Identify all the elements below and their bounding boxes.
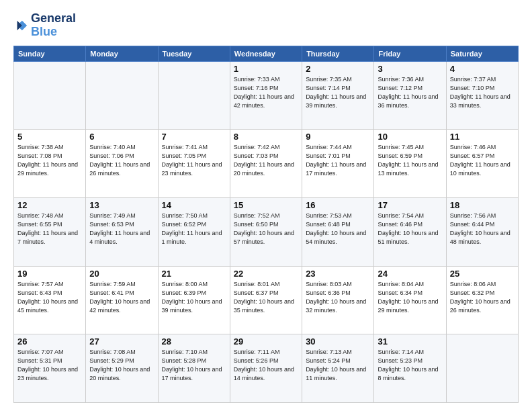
day-info: Sunrise: 7:40 AM Sunset: 7:06 PM Dayligh… xyxy=(89,143,154,178)
day-cell: 19Sunrise: 7:57 AM Sunset: 6:43 PM Dayli… xyxy=(14,266,86,334)
day-number: 6 xyxy=(89,132,154,142)
day-cell: 9Sunrise: 7:44 AM Sunset: 7:01 PM Daylig… xyxy=(302,130,374,198)
day-number: 18 xyxy=(450,200,515,210)
day-cell xyxy=(446,334,518,403)
day-number: 15 xyxy=(234,200,298,210)
day-info: Sunrise: 7:53 AM Sunset: 6:48 PM Dayligh… xyxy=(306,212,370,246)
day-number: 5 xyxy=(17,132,82,142)
day-number: 20 xyxy=(89,269,154,279)
day-cell: 6Sunrise: 7:40 AM Sunset: 7:06 PM Daylig… xyxy=(86,130,158,198)
day-cell: 15Sunrise: 7:52 AM Sunset: 6:50 PM Dayli… xyxy=(230,197,302,266)
day-info: Sunrise: 7:08 AM Sunset: 5:29 PM Dayligh… xyxy=(89,348,154,383)
day-cell: 26Sunrise: 7:07 AM Sunset: 5:31 PM Dayli… xyxy=(14,334,86,403)
week-row-4: 19Sunrise: 7:57 AM Sunset: 6:43 PM Dayli… xyxy=(14,266,519,334)
day-info: Sunrise: 7:11 AM Sunset: 5:26 PM Dayligh… xyxy=(234,348,298,383)
col-header-thursday: Thursday xyxy=(302,46,374,61)
logo-icon xyxy=(13,18,28,33)
day-number: 28 xyxy=(162,336,226,347)
day-number: 26 xyxy=(17,336,82,347)
week-row-2: 5Sunrise: 7:38 AM Sunset: 7:08 PM Daylig… xyxy=(14,130,519,198)
day-info: Sunrise: 7:56 AM Sunset: 6:44 PM Dayligh… xyxy=(450,212,515,246)
day-number: 10 xyxy=(378,132,442,142)
day-cell: 14Sunrise: 7:50 AM Sunset: 6:52 PM Dayli… xyxy=(158,197,230,266)
day-cell: 1Sunrise: 7:33 AM Sunset: 7:16 PM Daylig… xyxy=(230,61,302,130)
day-number: 27 xyxy=(89,336,154,347)
day-info: Sunrise: 7:57 AM Sunset: 6:43 PM Dayligh… xyxy=(17,280,82,315)
day-cell xyxy=(86,61,158,130)
day-number: 24 xyxy=(378,269,442,279)
day-number: 14 xyxy=(162,200,226,210)
logo-text: GeneralBlue xyxy=(31,12,76,39)
day-cell: 30Sunrise: 7:13 AM Sunset: 5:24 PM Dayli… xyxy=(302,334,374,403)
day-info: Sunrise: 7:33 AM Sunset: 7:16 PM Dayligh… xyxy=(234,75,298,110)
header: GeneralBlue xyxy=(13,12,519,39)
logo: GeneralBlue xyxy=(13,12,76,39)
day-number: 11 xyxy=(450,132,515,142)
day-number: 3 xyxy=(378,64,442,74)
day-cell: 4Sunrise: 7:37 AM Sunset: 7:10 PM Daylig… xyxy=(446,61,518,130)
col-header-sunday: Sunday xyxy=(14,46,86,61)
day-number: 22 xyxy=(234,269,298,279)
day-info: Sunrise: 8:03 AM Sunset: 6:36 PM Dayligh… xyxy=(306,280,370,315)
day-info: Sunrise: 7:52 AM Sunset: 6:50 PM Dayligh… xyxy=(234,212,298,246)
day-number: 4 xyxy=(450,64,515,74)
calendar-table: SundayMondayTuesdayWednesdayThursdayFrid… xyxy=(13,46,519,403)
day-info: Sunrise: 7:45 AM Sunset: 6:59 PM Dayligh… xyxy=(378,143,442,178)
day-number: 19 xyxy=(17,269,82,279)
day-info: Sunrise: 7:42 AM Sunset: 7:03 PM Dayligh… xyxy=(234,143,298,178)
day-cell: 16Sunrise: 7:53 AM Sunset: 6:48 PM Dayli… xyxy=(302,197,374,266)
day-info: Sunrise: 7:44 AM Sunset: 7:01 PM Dayligh… xyxy=(306,143,370,178)
day-cell: 11Sunrise: 7:46 AM Sunset: 6:57 PM Dayli… xyxy=(446,130,518,198)
day-info: Sunrise: 8:00 AM Sunset: 6:39 PM Dayligh… xyxy=(162,280,226,315)
col-header-saturday: Saturday xyxy=(446,46,518,61)
day-info: Sunrise: 7:07 AM Sunset: 5:31 PM Dayligh… xyxy=(17,348,82,383)
day-number: 2 xyxy=(306,64,370,74)
col-header-friday: Friday xyxy=(374,46,446,61)
day-cell xyxy=(14,61,86,130)
day-cell xyxy=(158,61,230,130)
day-info: Sunrise: 7:13 AM Sunset: 5:24 PM Dayligh… xyxy=(306,348,370,383)
day-cell: 31Sunrise: 7:14 AM Sunset: 5:23 PM Dayli… xyxy=(374,334,446,403)
week-row-3: 12Sunrise: 7:48 AM Sunset: 6:55 PM Dayli… xyxy=(14,197,519,266)
day-info: Sunrise: 8:04 AM Sunset: 6:34 PM Dayligh… xyxy=(378,280,442,315)
day-number: 16 xyxy=(306,200,370,210)
day-info: Sunrise: 7:59 AM Sunset: 6:41 PM Dayligh… xyxy=(89,280,154,315)
day-number: 1 xyxy=(234,64,298,74)
calendar-header-row: SundayMondayTuesdayWednesdayThursdayFrid… xyxy=(14,46,519,61)
day-number: 7 xyxy=(162,132,226,142)
day-info: Sunrise: 7:54 AM Sunset: 6:46 PM Dayligh… xyxy=(378,212,442,246)
day-number: 21 xyxy=(162,269,226,279)
day-number: 8 xyxy=(234,132,298,142)
day-cell: 23Sunrise: 8:03 AM Sunset: 6:36 PM Dayli… xyxy=(302,266,374,334)
day-number: 30 xyxy=(306,336,370,347)
day-number: 31 xyxy=(378,336,442,347)
day-number: 13 xyxy=(89,200,154,210)
day-cell: 18Sunrise: 7:56 AM Sunset: 6:44 PM Dayli… xyxy=(446,197,518,266)
col-header-tuesday: Tuesday xyxy=(158,46,230,61)
day-info: Sunrise: 7:37 AM Sunset: 7:10 PM Dayligh… xyxy=(450,75,515,110)
day-info: Sunrise: 7:50 AM Sunset: 6:52 PM Dayligh… xyxy=(162,212,226,246)
page: GeneralBlue SundayMondayTuesdayWednesday… xyxy=(0,0,532,411)
day-info: Sunrise: 8:01 AM Sunset: 6:37 PM Dayligh… xyxy=(234,280,298,315)
day-info: Sunrise: 7:14 AM Sunset: 5:23 PM Dayligh… xyxy=(378,348,442,383)
week-row-1: 1Sunrise: 7:33 AM Sunset: 7:16 PM Daylig… xyxy=(14,61,519,130)
day-cell: 20Sunrise: 7:59 AM Sunset: 6:41 PM Dayli… xyxy=(86,266,158,334)
day-info: Sunrise: 8:06 AM Sunset: 6:32 PM Dayligh… xyxy=(450,280,515,315)
day-cell: 10Sunrise: 7:45 AM Sunset: 6:59 PM Dayli… xyxy=(374,130,446,198)
day-cell: 17Sunrise: 7:54 AM Sunset: 6:46 PM Dayli… xyxy=(374,197,446,266)
day-cell: 22Sunrise: 8:01 AM Sunset: 6:37 PM Dayli… xyxy=(230,266,302,334)
day-number: 9 xyxy=(306,132,370,142)
day-cell: 12Sunrise: 7:48 AM Sunset: 6:55 PM Dayli… xyxy=(14,197,86,266)
day-info: Sunrise: 7:35 AM Sunset: 7:14 PM Dayligh… xyxy=(306,75,370,110)
col-header-wednesday: Wednesday xyxy=(230,46,302,61)
day-number: 17 xyxy=(378,200,442,210)
day-cell: 29Sunrise: 7:11 AM Sunset: 5:26 PM Dayli… xyxy=(230,334,302,403)
day-info: Sunrise: 7:41 AM Sunset: 7:05 PM Dayligh… xyxy=(162,143,226,178)
day-number: 25 xyxy=(450,269,515,279)
day-cell: 2Sunrise: 7:35 AM Sunset: 7:14 PM Daylig… xyxy=(302,61,374,130)
day-cell: 7Sunrise: 7:41 AM Sunset: 7:05 PM Daylig… xyxy=(158,130,230,198)
day-cell: 13Sunrise: 7:49 AM Sunset: 6:53 PM Dayli… xyxy=(86,197,158,266)
day-info: Sunrise: 7:38 AM Sunset: 7:08 PM Dayligh… xyxy=(17,143,82,178)
col-header-monday: Monday xyxy=(86,46,158,61)
day-cell: 27Sunrise: 7:08 AM Sunset: 5:29 PM Dayli… xyxy=(86,334,158,403)
